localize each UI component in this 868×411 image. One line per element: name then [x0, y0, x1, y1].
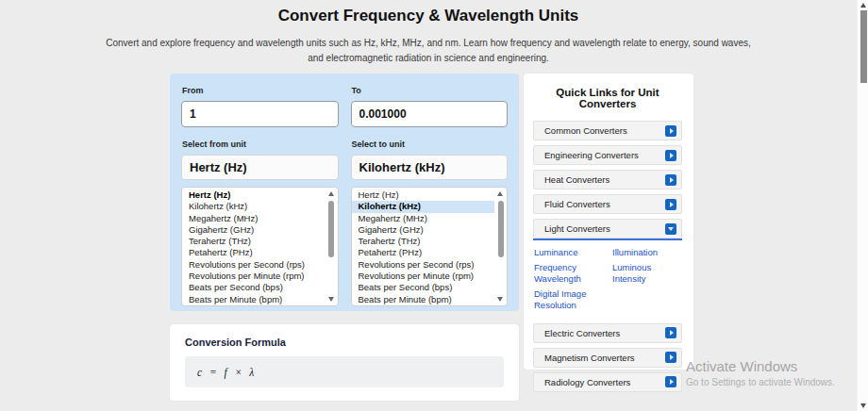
scroll-up-icon[interactable]: [328, 191, 334, 196]
quick-link-frequency-wavelength[interactable]: Frequency Wavelength: [534, 262, 609, 286]
quick-link-illumination[interactable]: Illumination: [612, 247, 680, 259]
subtitle-line-1: Convert and explore frequency and wavele…: [0, 36, 857, 51]
category-label: Fluid Converters: [544, 199, 610, 209]
unit-option[interactable]: Hertz (Hz): [182, 189, 326, 201]
unit-option[interactable]: Beats per Second (bps): [352, 282, 495, 293]
collapse-icon[interactable]: [665, 223, 676, 235]
expand-icon[interactable]: [665, 125, 676, 137]
from-unit-list[interactable]: Hertz (Hz)Kilohertz (kHz)Megahertz (MHz)…: [181, 187, 339, 306]
unit-option[interactable]: Megahertz (MHz): [182, 213, 326, 224]
watermark-subtitle: Go to Settings to activate Windows.: [686, 377, 835, 387]
arrow-right-icon: [670, 379, 674, 385]
arrow-right-icon: [670, 177, 674, 183]
quick-link-digital-image-resolution[interactable]: Digital Image Resolution: [534, 288, 609, 312]
scroll-down-icon[interactable]: [328, 297, 334, 302]
scrollbar-thumb[interactable]: [328, 201, 334, 257]
quick-links-panel: Quick Links for Unit Converters Common C…: [524, 74, 693, 370]
quick-link-luminance[interactable]: Luminance: [534, 247, 609, 259]
subtitle-line-2: and electromagnetic radiation in science…: [0, 51, 857, 66]
from-list-scrollbar[interactable]: [327, 189, 336, 304]
category-row-light-converters[interactable]: Light Converters: [533, 219, 682, 238]
unit-option[interactable]: Gigahertz (GHz): [352, 224, 495, 236]
category-list: Common ConvertersEngineering ConvertersH…: [533, 121, 682, 392]
unit-option[interactable]: Beats per Minute (bpm): [182, 294, 326, 305]
expand-icon[interactable]: [665, 199, 676, 210]
category-label: Heat Converters: [544, 174, 609, 185]
page-header: Convert Frequency & Wavelength Units Con…: [0, 7, 857, 65]
from-unit-selected-value: Hertz (Hz): [190, 160, 247, 174]
to-list-scrollbar[interactable]: [496, 189, 505, 304]
scroll-down-icon[interactable]: [497, 297, 503, 302]
unit-option[interactable]: Beats per Minute (bpm): [352, 294, 495, 305]
category-label: Common Converters: [544, 125, 627, 136]
category-row-radiology-converters[interactable]: Radiology Converters: [533, 372, 682, 392]
scroll-up-icon[interactable]: [497, 191, 503, 196]
select-to-unit-label: Select to unit: [352, 140, 509, 149]
formula-text: c = f × λ: [197, 367, 257, 378]
unit-option[interactable]: Beats per Second (bps): [182, 282, 326, 293]
from-unit-select[interactable]: Hertz (Hz): [181, 155, 339, 180]
expanded-category-links: LuminanceIlluminationFrequency Wavelengt…: [533, 238, 682, 319]
category-row-fluid-converters[interactable]: Fluid Converters: [533, 194, 682, 214]
category-row-common-converters[interactable]: Common Converters: [533, 121, 682, 140]
expand-icon[interactable]: [665, 352, 676, 363]
expand-icon[interactable]: [665, 327, 676, 338]
conversion-formula-card: Conversion Formula c = f × λ: [170, 324, 519, 401]
arrow-right-icon: [670, 202, 674, 207]
from-label: From: [182, 86, 339, 95]
expand-icon[interactable]: [665, 376, 676, 387]
to-column: To Select to unit Kilohertz (kHz) Hertz …: [351, 85, 509, 300]
expand-icon[interactable]: [665, 174, 676, 186]
quick-link-luminous-intensity[interactable]: Luminous Intensity: [612, 262, 680, 286]
to-value-input[interactable]: [351, 101, 509, 127]
to-label: To: [352, 86, 509, 95]
category-row-magnetism-converters[interactable]: Magnetism Converters: [533, 348, 682, 368]
expand-icon[interactable]: [665, 150, 676, 161]
scrollbar-thumb[interactable]: [860, 10, 867, 83]
scrollbar-thumb[interactable]: [498, 201, 504, 257]
quick-links-heading: Quick Links for Unit Converters: [533, 87, 682, 109]
unit-option[interactable]: Revolutions per Second (rps): [182, 259, 326, 271]
category-row-engineering-converters[interactable]: Engineering Converters: [533, 145, 682, 165]
formula-box: c = f × λ: [185, 356, 504, 387]
arrow-down-icon: [668, 227, 674, 231]
to-unit-list[interactable]: Hertz (Hz)Kilohertz (kHz)Megahertz (MHz)…: [351, 187, 509, 306]
category-label: Engineering Converters: [544, 150, 639, 160]
unit-option[interactable]: Revolutions per Minute (rpm): [182, 271, 326, 282]
page-title: Convert Frequency & Wavelength Units: [0, 7, 857, 25]
scroll-down-icon[interactable]: [860, 403, 866, 408]
unit-option[interactable]: Hertz (Hz): [352, 189, 495, 201]
unit-option[interactable]: Petahertz (PHz): [352, 247, 495, 258]
converter-panel: From Select from unit Hertz (Hz) Hertz (…: [170, 74, 519, 311]
category-label: Light Converters: [544, 223, 610, 234]
category-row-electric-converters[interactable]: Electric Converters: [533, 323, 682, 343]
arrow-right-icon: [670, 354, 674, 360]
activate-windows-watermark: Activate Windows Go to Settings to activ…: [686, 358, 835, 387]
page-scrollbar[interactable]: [857, 0, 868, 411]
unit-option[interactable]: Petahertz (PHz): [182, 247, 326, 258]
scroll-up-icon[interactable]: [860, 3, 866, 8]
unit-option[interactable]: Revolutions per Second (rps): [352, 259, 495, 271]
to-unit-selected-value: Kilohertz (kHz): [359, 160, 445, 174]
watermark-title: Activate Windows: [686, 358, 835, 374]
unit-option[interactable]: Gigahertz (GHz): [182, 224, 326, 236]
to-unit-options: Hertz (Hz)Kilohertz (kHz)Megahertz (MHz)…: [352, 189, 495, 305]
page-subtitle: Convert and explore frequency and wavele…: [0, 36, 857, 65]
select-from-unit-label: Select from unit: [182, 140, 339, 149]
arrow-right-icon: [670, 153, 674, 158]
unit-option[interactable]: Kilohertz (kHz): [182, 201, 326, 212]
category-label: Magnetism Converters: [544, 353, 635, 363]
from-unit-options: Hertz (Hz)Kilohertz (kHz)Megahertz (MHz)…: [182, 189, 326, 305]
category-label: Radiology Converters: [544, 377, 630, 387]
formula-heading: Conversion Formula: [185, 337, 519, 348]
unit-option[interactable]: Revolutions per Minute (rpm): [352, 271, 495, 282]
unit-option[interactable]: Terahertz (THz): [182, 236, 326, 247]
category-row-heat-converters[interactable]: Heat Converters: [533, 170, 682, 189]
unit-option[interactable]: Terahertz (THz): [352, 236, 495, 247]
arrow-right-icon: [670, 128, 674, 134]
unit-option[interactable]: Megahertz (MHz): [352, 213, 495, 224]
from-value-input[interactable]: [181, 101, 339, 127]
to-unit-select[interactable]: Kilohertz (kHz): [351, 155, 509, 180]
unit-option[interactable]: Kilohertz (kHz): [352, 201, 495, 212]
from-column: From Select from unit Hertz (Hz) Hertz (…: [181, 85, 339, 300]
